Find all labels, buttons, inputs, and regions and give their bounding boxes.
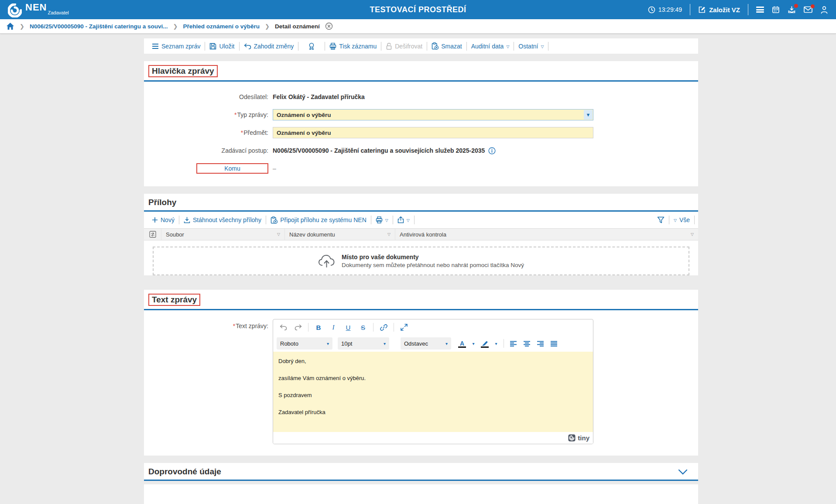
underline-button[interactable]: U (342, 322, 355, 333)
logo-role: Zadavatel (48, 10, 69, 15)
save-button[interactable]: Uložit (205, 43, 239, 50)
additional-data-section: Doprovodné údaje (144, 463, 698, 481)
chevron-down-icon: ▾ (439, 341, 448, 346)
message-type-select[interactable]: Oznámení o výběru ▼ (273, 109, 593, 120)
text-color-menu[interactable]: ▾ (469, 338, 477, 349)
print-attachments-menu[interactable]: ▽ (371, 216, 393, 223)
nen-logo[interactable]: NENZadavatel (8, 2, 69, 17)
save-icon (209, 43, 216, 50)
breadcrumb-procedure[interactable]: N006/25/V00005090 - Zajištění cateringu … (30, 23, 168, 30)
message-type-label: *Typ zprávy: (144, 111, 273, 118)
chevron-down-icon: ▾ (321, 341, 329, 346)
strikethrough-button[interactable]: S (356, 322, 370, 333)
new-attachment-button[interactable]: Nový (147, 216, 179, 223)
audit-data-menu[interactable]: Auditní data ▽ (467, 43, 514, 50)
paragraph-format-select[interactable]: Odstavec ▾ (401, 337, 451, 350)
column-settings-button[interactable] (144, 229, 161, 240)
tiny-logo[interactable]: tiny (568, 434, 589, 442)
text-color-button[interactable]: A (456, 338, 468, 349)
discard-changes-button[interactable]: Zahodit změny (240, 43, 298, 50)
export-menu[interactable]: ▽ (393, 216, 414, 223)
italic-button[interactable]: I (327, 322, 340, 333)
message-type-row: *Typ zprávy: Oznámení o výběru ▼ (144, 109, 698, 120)
procedure-row: Zadávací postup: N006/25/V00005090 - Zaj… (144, 145, 698, 156)
fullscreen-button[interactable] (397, 322, 411, 333)
align-left-button[interactable] (510, 341, 517, 346)
column-header-soubor[interactable]: Soubor ▽ (161, 229, 285, 240)
other-menu[interactable]: Ostatní ▽ (514, 43, 548, 50)
share-icon (397, 216, 404, 223)
column-filter-icon[interactable]: ▽ (691, 232, 694, 237)
expand-section-button[interactable] (678, 469, 688, 475)
create-vz-button[interactable]: Založit VZ (698, 6, 740, 14)
message-paragraph: Dobrý den, (278, 358, 588, 364)
cloud-upload-icon (318, 254, 336, 268)
chevron-down-icon: ▽ (541, 45, 544, 49)
undo-button[interactable] (277, 322, 290, 333)
upload-dropzone[interactable]: Místo pro vaše dokumenty Dokumenty sem m… (153, 247, 689, 275)
undo-icon (244, 43, 251, 49)
column-filter-icon[interactable]: ▽ (277, 232, 280, 237)
attach-from-nen-button[interactable]: Připojit přílohu ze systému NEN (266, 216, 371, 224)
plus-icon (152, 217, 158, 223)
attachments-table-header: Soubor ▽ Název dokumentu ▽ Antivirová ko… (144, 228, 698, 240)
print-record-button[interactable]: Tisk záznamu (325, 43, 381, 50)
font-family-select[interactable]: Roboto ▾ (277, 337, 332, 350)
recipient-row: Komu – (144, 163, 698, 174)
align-center-button[interactable] (523, 341, 531, 346)
menu-icon[interactable] (756, 6, 764, 14)
chevron-down-icon: ▽ (674, 218, 677, 223)
chevron-down-icon: ▽ (407, 218, 410, 223)
highlight-color-button[interactable] (479, 338, 490, 349)
logo-text: NEN (25, 2, 47, 13)
user-button[interactable] (820, 6, 828, 14)
recipient-link[interactable]: Komu (196, 163, 268, 174)
undo-icon (280, 324, 287, 330)
filter-button[interactable] (653, 216, 669, 223)
bold-button[interactable]: B (312, 322, 325, 333)
message-header-section: Hlavička zprávy Odesílatel: Felix Okátý … (144, 61, 698, 186)
subject-input[interactable] (273, 127, 593, 138)
download-all-button[interactable]: Stáhnout všechny přílohy (179, 216, 266, 223)
messages-button[interactable] (804, 6, 812, 13)
procedure-value: N006/25/V00005090 - Zajištění cateringu … (273, 147, 485, 154)
chevron-down-icon: ▽ (385, 218, 388, 223)
delete-record-icon (432, 42, 439, 50)
printer-icon (376, 216, 383, 223)
attach-document-icon (271, 216, 278, 224)
certificate-button[interactable] (298, 42, 325, 50)
delete-button[interactable]: Smazat (427, 42, 466, 50)
list-icon (152, 43, 159, 49)
dropzone-title: Místo pro vaše dokumenty (342, 254, 524, 261)
ribbon-icon (308, 42, 315, 50)
sender-label: Odesílatel: (144, 93, 273, 100)
additional-data-body (144, 484, 698, 504)
chevron-down-icon[interactable]: ▼ (584, 110, 593, 120)
column-header-antivir[interactable]: Antivirová kontrola ▽ (395, 229, 698, 240)
calendar-button[interactable] (772, 6, 780, 14)
decrypt-button[interactable]: Dešifrovat (381, 43, 427, 50)
align-justify-button[interactable] (550, 341, 558, 346)
inbox-button[interactable] (788, 6, 796, 14)
redo-button[interactable] (291, 322, 305, 333)
edit-icon (698, 6, 706, 14)
column-header-nazev[interactable]: Název dokumentu ▽ (285, 229, 395, 240)
align-right-button[interactable] (537, 341, 544, 346)
link-button[interactable] (377, 322, 390, 333)
subject-label: *Předmět: (144, 129, 273, 136)
close-tab-icon[interactable] (325, 22, 333, 30)
home-icon[interactable] (6, 22, 14, 30)
dropzone-hint: Dokumenty sem můžete přetáhnout nebo nah… (342, 262, 524, 268)
highlight-color-menu[interactable]: ▾ (492, 338, 500, 349)
show-all-filter[interactable]: ▽ Vše (669, 216, 694, 223)
info-icon[interactable] (488, 147, 496, 154)
column-filter-icon[interactable]: ▽ (387, 232, 391, 237)
column-settings-icon (149, 231, 156, 238)
link-icon (380, 324, 387, 331)
breadcrumb-overview[interactable]: Přehled oznámení o výběru (183, 23, 260, 30)
editor-content[interactable]: Dobrý den, zasíláme Vám oznámení o výběr… (273, 352, 593, 432)
clock-icon (648, 6, 655, 14)
message-list-button[interactable]: Seznam zpráv (147, 43, 205, 50)
editor-toolbar-row2: Roboto ▾ 10pt ▾ Odstavec ▾ A ▾ (273, 335, 593, 352)
font-size-select[interactable]: 10pt ▾ (338, 337, 389, 350)
